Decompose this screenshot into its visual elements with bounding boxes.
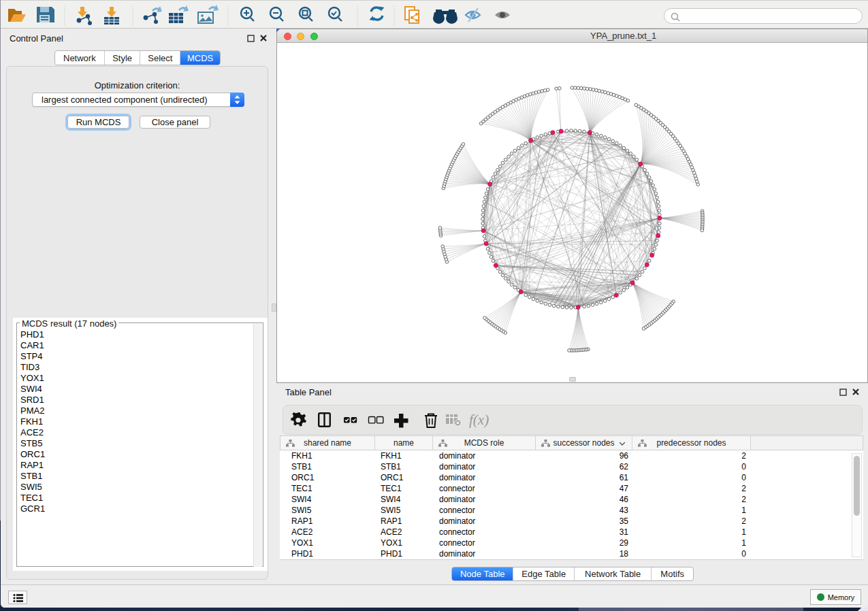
svg-text:f(x): f(x) xyxy=(469,412,489,428)
